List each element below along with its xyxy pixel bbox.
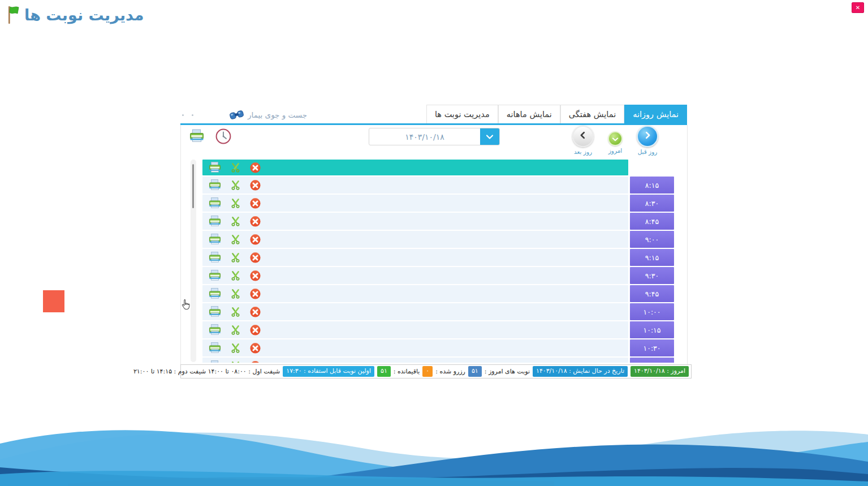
prev-day-label: روز قبل — [638, 148, 658, 155]
print-row-icon[interactable] — [209, 162, 221, 173]
print-row-icon[interactable] — [209, 234, 221, 245]
delete-row-icon[interactable] — [250, 162, 261, 173]
appointments-table: ۸:۱۵۸:۳۰۸:۴۵۹:۰۰۹:۱۵۹:۳۰۹:۴۵۱۰:۰۰۱۰:۱۵۱۰… — [202, 160, 674, 363]
shifts-text: شیفت اول : ۰۸:۰۰ تا ۱۴:۰۰ شیفت دوم : ۱۴:… — [133, 368, 280, 375]
appointment-slot[interactable] — [202, 213, 628, 230]
print-row-icon[interactable] — [209, 270, 221, 281]
page-title-text: مدیریت نوبت ها — [24, 6, 144, 24]
page-title: مدیریت نوبت ها — [6, 5, 144, 25]
appointment-row[interactable]: ۱۰:۰۰ — [202, 303, 674, 320]
delete-row-icon[interactable] — [250, 307, 261, 317]
cut-row-icon[interactable] — [231, 361, 240, 363]
delete-row-icon[interactable] — [250, 216, 261, 227]
time-badge: ۸:۴۵ — [630, 213, 674, 230]
delete-row-icon[interactable] — [250, 252, 261, 263]
date-dropdown-button[interactable] — [480, 128, 499, 145]
print-toolbar-button[interactable] — [189, 129, 204, 143]
tab-daily[interactable]: نمایش روزانه — [624, 105, 687, 123]
appointment-row[interactable] — [202, 160, 674, 175]
cut-row-icon[interactable] — [231, 216, 240, 227]
delete-row-icon[interactable] — [250, 198, 261, 209]
close-button[interactable]: ✕ — [852, 2, 864, 13]
delete-row-icon[interactable] — [250, 343, 261, 354]
appointment-row[interactable]: ۸:۳۰ — [202, 195, 674, 212]
appointment-slot[interactable] — [202, 231, 628, 248]
appointment-slot[interactable] — [202, 321, 628, 338]
appointment-row[interactable]: ۱۰:۱۵ — [202, 321, 674, 338]
appointment-row[interactable]: ۹:۴۵ — [202, 285, 674, 302]
appointment-slot[interactable] — [202, 160, 628, 175]
delete-row-icon[interactable] — [250, 180, 261, 191]
patient-search-link[interactable]: جست و جوی بیمار — [229, 110, 307, 120]
print-row-icon[interactable] — [209, 179, 221, 191]
prev-day-control: روز قبل — [632, 126, 663, 155]
prev-day-button[interactable] — [637, 126, 658, 147]
print-row-icon[interactable] — [209, 306, 221, 317]
tab-weekly[interactable]: نمایش هفتگی — [560, 105, 624, 123]
appointment-slot[interactable] — [202, 339, 628, 356]
print-row-icon[interactable] — [209, 360, 221, 363]
chevron-left-icon — [578, 131, 588, 142]
date-picker: ۱۴۰۳/۱۰/۱۸ — [369, 128, 500, 145]
appointment-slot[interactable] — [202, 267, 628, 284]
appointment-slot[interactable] — [202, 195, 628, 212]
tab-monthly[interactable]: نمایش ماهانه — [498, 105, 560, 123]
displayed-date-badge: تاریخ در حال نمایش : ۱۴۰۳/۱۰/۱۸ — [533, 366, 628, 376]
remaining-label: باقیمانده : — [394, 368, 420, 375]
print-row-icon[interactable] — [209, 216, 221, 227]
today-button[interactable] — [608, 131, 623, 146]
cut-row-icon[interactable] — [231, 343, 240, 354]
appointment-row[interactable]: ۹:۱۵ — [202, 249, 674, 266]
next-day-button[interactable] — [572, 126, 594, 147]
patient-search-label: جست و جوی بیمار — [248, 110, 307, 119]
print-row-icon[interactable] — [209, 252, 221, 263]
appointment-slot[interactable] — [202, 358, 628, 363]
delete-row-icon[interactable] — [250, 234, 261, 245]
drag-dots — [182, 114, 193, 116]
chevron-right-icon — [643, 131, 652, 142]
cut-row-icon[interactable] — [231, 198, 240, 209]
cut-row-icon[interactable] — [231, 307, 240, 317]
appointment-row[interactable]: ۹:۳۰ — [202, 267, 674, 284]
print-row-icon[interactable] — [209, 197, 221, 209]
cut-row-icon[interactable] — [231, 289, 240, 299]
appointment-slot[interactable] — [202, 249, 628, 266]
appointment-row[interactable]: ۸:۱۵ — [202, 177, 674, 193]
date-input[interactable]: ۱۴۰۳/۱۰/۱۸ — [369, 128, 480, 145]
clock-toolbar-button[interactable] — [215, 128, 231, 144]
time-badge: ۱۰:۰۰ — [630, 303, 674, 320]
tab-manage[interactable]: مدیریت نوبت ها — [426, 105, 498, 123]
reserved-label: رزرو شده : — [435, 368, 465, 375]
cut-row-icon[interactable] — [231, 252, 240, 263]
table-scrollbar[interactable] — [191, 160, 196, 362]
delete-row-icon[interactable] — [250, 325, 261, 336]
delete-row-icon[interactable] — [250, 270, 261, 281]
cut-row-icon[interactable] — [231, 325, 240, 336]
print-row-icon[interactable] — [209, 342, 221, 354]
appointment-slot[interactable] — [202, 303, 628, 320]
time-badge: ۹:۱۵ — [630, 249, 674, 266]
chevron-down-icon — [486, 131, 494, 142]
time-badge: ۱۰:۱۵ — [630, 321, 674, 338]
delete-row-icon[interactable] — [250, 361, 261, 363]
cut-row-icon[interactable] — [231, 270, 240, 281]
scrollbar-thumb[interactable] — [192, 164, 194, 208]
first-available-badge: اولین نوبت قابل استفاده : ۱۷:۳۰ — [283, 366, 374, 376]
appointment-row[interactable]: ۱۰:۳۰ — [202, 339, 674, 356]
print-row-icon[interactable] — [209, 288, 221, 299]
cut-row-icon[interactable] — [231, 180, 240, 191]
delete-row-icon[interactable] — [250, 289, 261, 299]
patient-search: جست و جوی بیمار — [182, 107, 307, 122]
orange-highlight-square — [43, 290, 64, 312]
green-flag-icon — [6, 5, 23, 25]
today-control: امروز — [603, 130, 628, 154]
cut-row-icon[interactable] — [231, 234, 240, 245]
print-row-icon[interactable] — [209, 324, 221, 336]
appointment-row[interactable]: ۸:۴۵ — [202, 213, 674, 230]
appointment-slot[interactable] — [202, 177, 628, 193]
appointment-row[interactable] — [202, 358, 674, 363]
chevron-down-icon — [612, 134, 619, 144]
cut-row-icon[interactable] — [231, 162, 240, 173]
appointment-row[interactable]: ۹:۰۰ — [202, 231, 674, 248]
appointment-slot[interactable] — [202, 285, 628, 302]
